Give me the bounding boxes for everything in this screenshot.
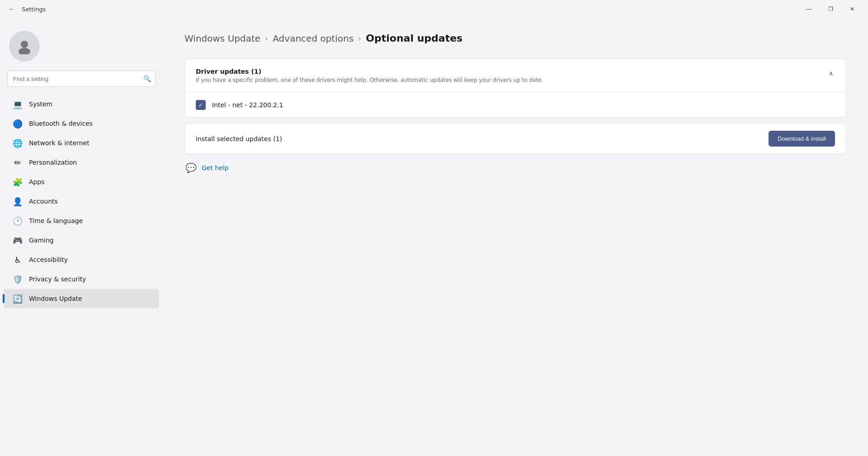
window-controls: — ❐ ✕ — [798, 2, 863, 16]
app-container: 🔍 💻System🔵Bluetooth & devices🌐Network & … — [0, 18, 868, 456]
get-help-section: 💬 Get help — [184, 162, 846, 174]
gaming-icon: 🎮 — [13, 235, 23, 245]
breadcrumb-advanced-options[interactable]: Advanced options — [273, 33, 354, 44]
sidebar-item-label-apps: Apps — [29, 178, 45, 185]
sidebar-item-accounts[interactable]: 👤Accounts — [4, 192, 159, 211]
svg-point-1 — [19, 48, 30, 54]
driver-updates-title: Driver updates (1) — [196, 68, 543, 75]
sidebar-item-bluetooth[interactable]: 🔵Bluetooth & devices — [4, 114, 159, 133]
driver-updates-header: Driver updates (1) If you have a specifi… — [185, 59, 846, 92]
breadcrumb: Windows Update › Advanced options › Opti… — [184, 33, 846, 44]
driver-updates-header-text: Driver updates (1) If you have a specifi… — [196, 68, 543, 83]
sidebar-item-label-gaming: Gaming — [29, 237, 54, 244]
sidebar-item-label-privacy: Privacy & security — [29, 276, 86, 283]
install-label: Install selected updates (1) — [196, 135, 282, 142]
apps-icon: 🧩 — [13, 177, 23, 187]
main-content: Windows Update › Advanced options › Opti… — [163, 18, 868, 456]
avatar — [9, 31, 40, 62]
close-button[interactable]: ✕ — [842, 2, 863, 16]
get-help-link[interactable]: Get help — [202, 164, 229, 171]
sidebar-item-apps[interactable]: 🧩Apps — [4, 172, 159, 191]
driver-label: Intel - net - 22.200.2.1 — [212, 101, 283, 109]
sidebar-item-network[interactable]: 🌐Network & internet — [4, 133, 159, 152]
avatar-section — [0, 24, 163, 71]
sidebar-item-label-bluetooth: Bluetooth & devices — [29, 120, 93, 127]
driver-item: ✓ Intel - net - 22.200.2.1 — [185, 93, 846, 117]
svg-point-0 — [21, 41, 28, 48]
search-input[interactable] — [7, 71, 156, 87]
sidebar-item-label-network: Network & internet — [29, 139, 90, 147]
network-icon: 🌐 — [13, 138, 23, 148]
privacy-icon: 🛡️ — [13, 274, 23, 284]
sidebar-item-label-accounts: Accounts — [29, 198, 58, 205]
sidebar-item-windows-update[interactable]: 🔄Windows Update — [4, 289, 159, 308]
sidebar-item-accessibility[interactable]: ♿Accessibility — [4, 250, 159, 269]
maximize-button[interactable]: ❐ — [820, 2, 841, 16]
driver-updates-description: If you have a specific problem, one of t… — [196, 77, 543, 83]
sidebar-item-gaming[interactable]: 🎮Gaming — [4, 231, 159, 250]
breadcrumb-current: Optional updates — [366, 33, 462, 44]
breadcrumb-sep-1: › — [265, 33, 268, 43]
sidebar-item-personalization[interactable]: ✏️Personalization — [4, 153, 159, 172]
breadcrumb-sep-2: › — [358, 33, 361, 43]
minimize-button[interactable]: — — [798, 2, 819, 16]
install-card: Install selected updates (1) Download & … — [184, 123, 846, 154]
personalization-icon: ✏️ — [13, 157, 23, 167]
accounts-icon: 👤 — [13, 196, 23, 206]
system-icon: 💻 — [13, 99, 23, 109]
windows-update-icon: 🔄 — [13, 294, 23, 304]
sidebar: 🔍 💻System🔵Bluetooth & devices🌐Network & … — [0, 18, 163, 456]
driver-updates-card: Driver updates (1) If you have a specifi… — [184, 58, 846, 118]
time-icon: 🕐 — [13, 216, 23, 226]
app-title: Settings — [22, 6, 46, 13]
sidebar-item-privacy[interactable]: 🛡️Privacy & security — [4, 270, 159, 289]
sidebar-item-label-personalization: Personalization — [29, 159, 77, 166]
sidebar-item-label-windows-update: Windows Update — [29, 295, 82, 302]
collapse-button[interactable]: ∧ — [827, 68, 835, 79]
help-icon: 💬 — [184, 162, 197, 174]
accessibility-icon: ♿ — [13, 255, 23, 265]
bluetooth-icon: 🔵 — [13, 119, 23, 128]
search-box: 🔍 — [7, 71, 156, 87]
download-install-button[interactable]: Download & install — [769, 131, 835, 147]
back-button[interactable]: ← — [5, 3, 18, 15]
sidebar-item-label-system: System — [29, 100, 52, 108]
sidebar-item-label-time: Time & language — [29, 217, 83, 224]
sidebar-item-system[interactable]: 💻System — [4, 95, 159, 114]
sidebar-item-time[interactable]: 🕐Time & language — [4, 211, 159, 230]
titlebar: ← Settings — ❐ ✕ — [0, 0, 868, 18]
driver-checkbox[interactable]: ✓ — [196, 100, 206, 110]
sidebar-item-label-accessibility: Accessibility — [29, 256, 68, 263]
nav-list: 💻System🔵Bluetooth & devices🌐Network & in… — [0, 94, 163, 309]
breadcrumb-windows-update[interactable]: Windows Update — [184, 33, 260, 44]
